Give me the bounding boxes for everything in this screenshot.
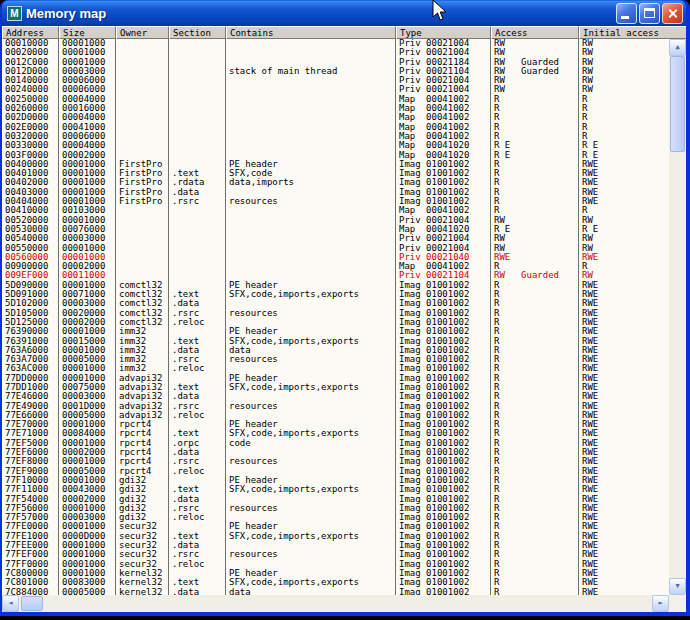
table-row[interactable]: 77FE10000000D000secur32.textSFX,code,imp…	[2, 532, 669, 541]
table-row[interactable]: 5D10500000020000comctl32.rsrcresourcesIm…	[2, 309, 669, 318]
table-row[interactable]: 0052000000001000Priv 00021004RWRW	[2, 216, 669, 225]
table-row[interactable]: 77FE000000001000secur32PE headerImag 010…	[2, 522, 669, 531]
table-row[interactable]: 0041000000103000Map 00041002RR	[2, 206, 669, 215]
column-header-size[interactable]: Size	[59, 26, 116, 39]
cell-contains: SFX,code,imports,exports	[226, 290, 396, 299]
table-row[interactable]: 7C80000000001000kernel32PE headerImag 01…	[2, 569, 669, 578]
vertical-scroll-track[interactable]	[669, 56, 686, 578]
table-row[interactable]: 0054000000003000Priv 00021004RWRW	[2, 234, 669, 243]
table-row[interactable]: 0012D00000003000stack of main threadPriv…	[2, 67, 669, 76]
table-row[interactable]: 0040200000001000FirstPro.rdatadata,impor…	[2, 178, 669, 187]
table-row[interactable]: 77E4600000003000advapi32.dataImag 010010…	[2, 392, 669, 401]
table-row[interactable]: 77EF800000001000rpcrt4.rsrcresourcesImag…	[2, 457, 669, 466]
cell-contains	[226, 541, 396, 550]
horizontal-scroll-thumb[interactable]	[21, 596, 43, 611]
table-row[interactable]: 77EF900000005000rpcrt4.relocImag 0100100…	[2, 467, 669, 476]
table-row[interactable]: 0040400000001000FirstPro.rsrcresourcesIm…	[2, 197, 669, 206]
table-row[interactable]: 7639100000015000imm32.textSFX,code,impor…	[2, 337, 669, 346]
scroll-up-icon[interactable]: ▲	[669, 39, 686, 56]
table-row[interactable]: 7C88400000005000kernel32.datadataImag 01…	[2, 588, 669, 595]
table-row[interactable]: 0014000000006000Priv 00021004RWRW	[2, 76, 669, 85]
column-header-initial[interactable]: Initial access	[579, 26, 686, 39]
table-row[interactable]: 763A700000005000imm32.rsrcresourcesImag …	[2, 355, 669, 364]
cell-section	[169, 225, 226, 234]
table-row[interactable]: 0012C00000001000Priv 00021184RW GuardedR…	[2, 58, 669, 67]
column-header-section[interactable]: Section	[169, 26, 226, 39]
column-header-access[interactable]: Access	[491, 26, 579, 39]
cell-size: 00005000	[59, 411, 116, 420]
table-row[interactable]: 77F1000000001000gdi32PE headerImag 01001…	[2, 476, 669, 485]
cell-type: Imag 01001002	[396, 374, 491, 383]
cell-section: .reloc	[169, 318, 226, 327]
table-row[interactable]: 5D09000000001000comctl32PE headerImag 01…	[2, 281, 669, 290]
table-row[interactable]: 0032000000006000Map 00041002RR	[2, 132, 669, 141]
table-row[interactable]: 77E490000001D000advapi32.rsrcresourcesIm…	[2, 402, 669, 411]
scroll-left-icon[interactable]: ◄	[2, 595, 19, 612]
cell-address: 0012D000	[2, 67, 59, 76]
table-row[interactable]: 77DD100000075000advapi32.textSFX,code,im…	[2, 383, 669, 392]
cell-owner: secur32	[116, 522, 169, 531]
table-row[interactable]: 0026000000016000Map 00041002RR	[2, 104, 669, 113]
maximize-button[interactable]	[639, 3, 660, 24]
table-row[interactable]: 77DD000000001000advapi32PE headerImag 01…	[2, 374, 669, 383]
cell-initial: RWE	[579, 457, 669, 466]
cell-section: .text	[169, 429, 226, 438]
table-row[interactable]: 77EF600000002000rpcrt4.dataImag 01001002…	[2, 448, 669, 457]
table-row[interactable]: 0025000000004000Map 00041002RR	[2, 95, 669, 104]
table-row[interactable]: 5D10200000003000comctl32.dataImag 010010…	[2, 299, 669, 308]
table-row[interactable]: 0001000000001000Priv 00021004RWRW	[2, 39, 669, 48]
scroll-right-icon[interactable]: ►	[652, 595, 669, 612]
table-row[interactable]: 7C80100000083000kernel32.textSFX,code,im…	[2, 578, 669, 587]
horizontal-scroll-track[interactable]	[19, 595, 652, 612]
vertical-scroll-thumb[interactable]	[670, 56, 685, 152]
table-row[interactable]: 0040000000001000FirstProPE headerImag 01…	[2, 160, 669, 169]
column-header-type[interactable]: Type	[396, 26, 491, 39]
column-header-address[interactable]: Address	[2, 26, 59, 39]
cell-initial: R	[579, 104, 669, 113]
table-row[interactable]: 77F1100000043000gdi32.textSFX,code,impor…	[2, 485, 669, 494]
table-row[interactable]: 002E000000041000Map 00041002RR	[2, 123, 669, 132]
minimize-button[interactable]	[616, 3, 637, 24]
table-row[interactable]: 763A600000001000imm32.datadataImag 01001…	[2, 346, 669, 355]
table-row[interactable]: 77FF000000001000secur32.relocImag 010010…	[2, 560, 669, 569]
scroll-down-icon[interactable]: ▼	[669, 578, 686, 595]
table-row[interactable]: 5D12500000002000comctl32.relocImag 01001…	[2, 318, 669, 327]
cell-contains	[226, 262, 396, 271]
vertical-scrollbar[interactable]: ▲ ▼	[669, 39, 686, 595]
cell-size: 00001000	[59, 197, 116, 206]
table-row[interactable]: 0053000000076000Map 00041020R ER E	[2, 225, 669, 234]
cell-type: Imag 01001002	[396, 476, 491, 485]
cell-address: 77F57000	[2, 513, 59, 522]
table-row[interactable]: 77F5700000003000gdi32.relocImag 01001002…	[2, 513, 669, 522]
table-row[interactable]: 77FEF00000001000secur32.rsrcresourcesIma…	[2, 550, 669, 559]
table-row[interactable]: 0040100000001000FirstPro.textSFX,codeIma…	[2, 169, 669, 178]
column-header-owner[interactable]: Owner	[116, 26, 169, 39]
table-row[interactable]: 77F5400000002000gdi32.dataImag 01001002R…	[2, 495, 669, 504]
table-row[interactable]: 003F000000002000Map 00041020R ER E	[2, 151, 669, 160]
table-row[interactable]: 0002000000001000Priv 00021004RWRW	[2, 48, 669, 57]
horizontal-scrollbar[interactable]: ◄ ►	[2, 595, 669, 612]
title-bar[interactable]: M Memory map	[2, 0, 686, 26]
table-row[interactable]: 0056000000001000Priv 00021040RWERWE	[2, 253, 669, 262]
table-row[interactable]: 002D000000004000Map 00041002RR	[2, 113, 669, 122]
table-row[interactable]: 5D09100000071000comctl32.textSFX,code,im…	[2, 290, 669, 299]
table-row[interactable]: 009EF00000011000Priv 00021104RW GuardedR…	[2, 271, 669, 280]
table-row[interactable]: 763AC00000001000imm32.relocImag 01001002…	[2, 364, 669, 373]
column-header-contains[interactable]: Contains	[226, 26, 396, 39]
cell-address: 00404000	[2, 197, 59, 206]
table-row[interactable]: 0090000000002000Map 00041002RR	[2, 262, 669, 271]
table-row[interactable]: 77FEE00000001000secur32.dataImag 0100100…	[2, 541, 669, 550]
table-row[interactable]: 7639000000001000imm32PE headerImag 01001…	[2, 327, 669, 336]
table-row[interactable]: 77E7100000084000rpcrt4.textSFX,code,impo…	[2, 429, 669, 438]
close-button[interactable]	[662, 3, 683, 24]
table-row[interactable]: 77E7000000001000rpcrt4PE headerImag 0100…	[2, 420, 669, 429]
cell-type: Map 00041020	[396, 151, 491, 160]
table-row[interactable]: 0040300000001000FirstPro.dataImag 010010…	[2, 188, 669, 197]
table-row[interactable]: 77EF500000001000rpcrt4.orpccodeImag 0100…	[2, 439, 669, 448]
table-row[interactable]: 0055000000001000Priv 00021004RWRW	[2, 244, 669, 253]
table-row[interactable]: 0033000000004000Map 00041020R ER E	[2, 141, 669, 150]
cell-size: 00003000	[59, 234, 116, 243]
table-row[interactable]: 77F5600000001000gdi32.rsrcresourcesImag …	[2, 504, 669, 513]
table-row[interactable]: 77E6600000005000advapi32.relocImag 01001…	[2, 411, 669, 420]
table-row[interactable]: 0024000000006000Priv 00021004RWRW	[2, 85, 669, 94]
